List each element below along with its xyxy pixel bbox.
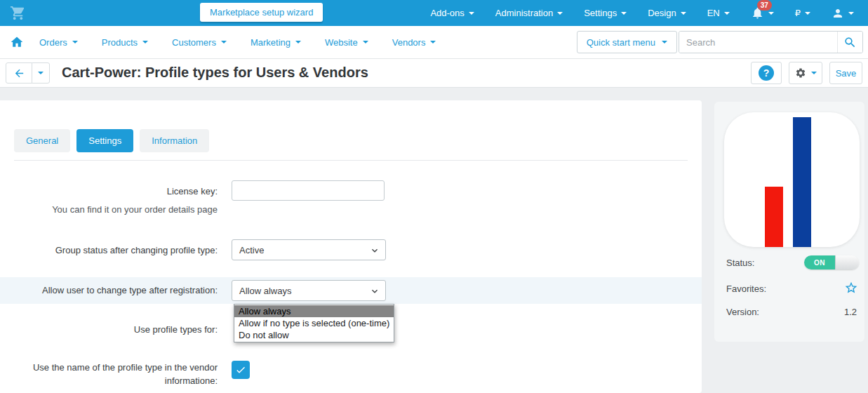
nav-products[interactable]: Products (102, 37, 148, 48)
chevron-down-icon (369, 245, 380, 256)
license-key-label: License key: (14, 186, 218, 196)
allow-change-value: Allow always (239, 286, 291, 296)
home-button[interactable] (10, 35, 24, 49)
check-icon (235, 364, 246, 375)
nav-website[interactable]: Website (325, 37, 368, 48)
status-label: Status: (726, 258, 754, 268)
star-outline-icon (844, 281, 858, 295)
title-actions: ? Save (751, 62, 862, 84)
toggle-handle (835, 255, 859, 269)
divider (14, 160, 688, 161)
search-icon (843, 36, 857, 49)
vendor-name-label: Use the name of the profile type in the … (14, 361, 218, 387)
nav-customers[interactable]: Customers (172, 37, 227, 48)
language-selector[interactable]: EN (707, 8, 730, 18)
addon-info-card: Status: ON Favorites: Version: 1.2 (714, 102, 864, 342)
vendor-name-checkbox[interactable] (232, 361, 250, 379)
version-value: 1.2 (844, 307, 857, 317)
nav-products-label: Products (102, 37, 138, 48)
tab-general[interactable]: General (14, 129, 70, 152)
menu-settings[interactable]: Settings (584, 8, 627, 18)
quick-start-menu-button[interactable]: Quick start menu (577, 31, 677, 53)
cart-icon[interactable] (10, 5, 26, 21)
version-label: Version: (726, 307, 759, 317)
notifications-button[interactable]: 37 (751, 6, 774, 20)
menu-addons[interactable]: Add-ons (430, 8, 474, 18)
use-profile-types-label: Use profile types for: (14, 324, 218, 335)
page-title: Cart-Power: Profile types for Users & Ve… (62, 65, 368, 81)
nav-orders[interactable]: Orders (39, 37, 78, 48)
menu-administration[interactable]: Administration (495, 8, 563, 18)
group-status-value: Active (239, 245, 264, 255)
back-history-dropdown-button[interactable] (32, 62, 50, 84)
marketplace-setup-wizard-button[interactable]: Marketplace setup wizard (200, 3, 323, 22)
search-button[interactable] (837, 32, 862, 53)
main-nav-bar: Orders Products Customers Marketing Webs… (0, 26, 868, 59)
license-key-hint: You can find it on your order details pa… (14, 204, 218, 215)
status-toggle[interactable]: ON (804, 255, 859, 269)
page-header-bar: Cart-Power: Profile types for Users & Ve… (0, 59, 868, 88)
chevron-down-icon (430, 41, 436, 44)
chevron-down-icon (848, 12, 854, 15)
toggle-on-segment: ON (804, 255, 835, 269)
menu-design[interactable]: Design (648, 8, 686, 18)
top-bar: Marketplace setup wizard Add-ons Adminis… (0, 0, 868, 26)
license-key-input[interactable] (232, 180, 385, 201)
nav-customers-label: Customers (172, 37, 216, 48)
allow-change-select[interactable]: Allow always (232, 280, 386, 301)
chevron-down-icon (72, 41, 78, 44)
menu-administration-label: Administration (495, 8, 553, 18)
chevron-down-icon (221, 41, 227, 44)
tab-bar: General Settings Information (14, 129, 209, 152)
chevron-down-icon (811, 72, 817, 74)
allow-change-label: Allow user to change type after registra… (14, 285, 218, 295)
currency-symbol: ₽ (795, 8, 801, 18)
currency-selector[interactable]: ₽ (795, 8, 810, 18)
settings-dropdown-button[interactable] (789, 62, 822, 84)
menu-addons-label: Add-ons (430, 8, 464, 18)
save-button[interactable]: Save (829, 62, 862, 84)
language-label: EN (707, 8, 720, 18)
nav-vendors[interactable]: Vendors (392, 37, 436, 48)
back-button-group (6, 62, 50, 84)
content-panel: General Settings Information License key… (0, 100, 702, 393)
chevron-down-icon (469, 12, 474, 15)
account-menu[interactable] (832, 7, 854, 20)
chevron-down-icon (768, 12, 774, 15)
user-icon (832, 7, 844, 20)
nav-right-tools: Quick start menu (577, 31, 863, 53)
chevron-down-icon (369, 286, 380, 297)
tab-settings[interactable]: Settings (76, 129, 133, 152)
logo-blue-bar (793, 117, 811, 247)
nav-marketing-label: Marketing (251, 37, 291, 48)
group-status-select[interactable]: Active (232, 239, 386, 260)
favorite-star-button[interactable] (844, 281, 858, 295)
dropdown-option-one-time[interactable]: Allow if no type is selected (one-time) (234, 317, 394, 329)
nav-items: Orders Products Customers Marketing Webs… (39, 37, 436, 48)
chevron-down-icon (557, 12, 563, 15)
back-button[interactable] (6, 62, 32, 84)
quick-start-menu-label: Quick start menu (587, 37, 655, 48)
tab-information[interactable]: Information (140, 129, 209, 152)
nav-orders-label: Orders (39, 37, 67, 48)
chevron-down-icon (662, 41, 667, 44)
favorites-label: Favorites: (726, 284, 766, 294)
nav-vendors-label: Vendors (392, 37, 426, 48)
chevron-down-icon (142, 41, 148, 44)
notification-badge: 37 (757, 0, 772, 11)
question-icon: ? (759, 65, 774, 81)
help-button[interactable]: ? (751, 62, 782, 84)
chevron-down-icon (38, 72, 44, 74)
dropdown-option-allow-always[interactable]: Allow always (234, 305, 394, 317)
search-input[interactable] (679, 32, 837, 53)
menu-settings-label: Settings (584, 8, 617, 18)
nav-marketing[interactable]: Marketing (251, 37, 301, 48)
menu-design-label: Design (648, 8, 676, 18)
dropdown-option-do-not-allow[interactable]: Do not allow (234, 329, 394, 341)
nav-website-label: Website (325, 37, 358, 48)
select-dropdown-list: Allow always Allow if no type is selecte… (234, 304, 394, 342)
addon-logo (724, 112, 860, 247)
chevron-down-icon (295, 41, 301, 44)
chevron-down-icon (805, 12, 810, 15)
logo-red-bar (765, 187, 783, 247)
